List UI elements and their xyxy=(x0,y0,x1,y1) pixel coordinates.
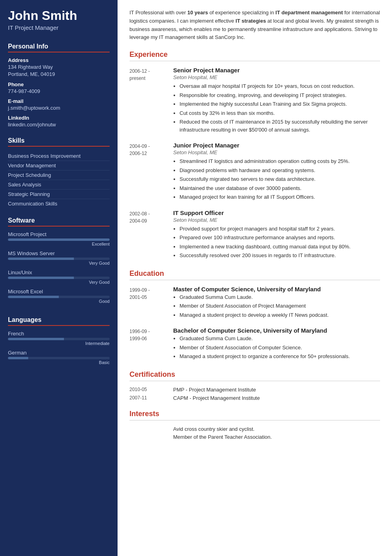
bullet: Member of Student Association of Compute… xyxy=(180,344,380,352)
skill-item: Sales Analysis xyxy=(8,180,110,190)
software-item: Microsoft Project Excellent xyxy=(8,231,110,246)
candidate-name: John Smith xyxy=(8,9,110,23)
phone-value: 774-987-4009 xyxy=(8,88,110,95)
bullet: Graduated Summa Cum Laude. xyxy=(180,293,380,301)
sidebar: John Smith IT Project Manager Personal I… xyxy=(0,0,118,556)
bullet: Managed a student project to develop a w… xyxy=(180,311,380,319)
sidebar-header: John Smith IT Project Manager xyxy=(0,0,118,38)
software-section: Software Microsoft Project Excellent MS … xyxy=(0,212,118,312)
experience-entry: 2002-08 -2004-09 IT Support Officer Seto… xyxy=(129,209,380,261)
experience-title: Experience xyxy=(129,50,380,61)
bullet: Diagnosed problems with hardware and ope… xyxy=(180,167,380,174)
summary-section: IT Professional with over 10 years of ex… xyxy=(129,9,380,42)
certifications-title: Certifications xyxy=(129,370,380,381)
education-entry: 1996-09 -1999-06 Bachelor of Computer Sc… xyxy=(129,327,380,362)
candidate-title: IT Project Manager xyxy=(8,24,110,31)
skill-item: Vendor Management xyxy=(8,161,110,170)
education-section: Education 1999-09 -2001-05 Master of Com… xyxy=(129,269,380,362)
education-entry: 1999-09 -2001-05 Master of Computer Scie… xyxy=(129,286,380,320)
bullet: Oversaw all major hospital IT projects f… xyxy=(180,82,380,90)
software-item: Linux/Unix Very Good xyxy=(8,269,110,285)
cert-row: 2007-11 CAPM - Project Management Instit… xyxy=(129,395,380,401)
linkedin-value: linkedin.com/johnutw xyxy=(8,121,110,128)
bullet: Reduced the costs of IT maintenance in 2… xyxy=(180,118,380,134)
bullet: Prepared over 100 infrastructure perform… xyxy=(180,234,380,242)
bullet: Provided support for project managers an… xyxy=(180,225,380,233)
skill-item: Project Scheduling xyxy=(8,170,110,180)
skills-section: Skills Business Process Improvement Vend… xyxy=(0,132,118,212)
bullet: Managed project for lean training for al… xyxy=(180,193,380,201)
bullet: Implemented a new tracking dashboard, cu… xyxy=(180,243,380,251)
skill-item: Business Process Improvement xyxy=(8,151,110,161)
interest-item: Member of the Parent Teacher Association… xyxy=(129,434,380,440)
main-content: IT Professional with over 10 years of ex… xyxy=(118,0,392,556)
bullet: Cut costs by 32% in less than six months… xyxy=(180,109,380,117)
bullet: Managed a student project to organize a … xyxy=(180,353,380,360)
software-title: Software xyxy=(8,217,110,227)
languages-section: Languages French Intermediate German Bas… xyxy=(0,312,118,373)
personal-info-section: Personal Info Address 134 Rightward WayP… xyxy=(0,38,118,132)
experience-entry: 2004-09 -2006-12 Junior Project Manager … xyxy=(129,142,380,202)
experience-section: Experience 2006-12 -present Senior Proje… xyxy=(129,50,380,261)
interests-section: Interests Avid cross country skier and c… xyxy=(129,410,380,440)
language-item: French Intermediate xyxy=(8,331,110,346)
skills-title: Skills xyxy=(8,137,110,147)
interests-title: Interests xyxy=(129,410,380,420)
software-item: Microsoft Excel Good xyxy=(8,289,110,304)
education-title: Education xyxy=(129,269,380,280)
address-label: Address xyxy=(8,57,110,63)
skill-item: Strategic Planning xyxy=(8,190,110,199)
phone-label: Phone xyxy=(8,81,110,87)
language-item: German Basic xyxy=(8,350,110,365)
email-value: j.smith@uptowork.com xyxy=(8,105,110,112)
summary-text: IT Professional with over 10 years of ex… xyxy=(129,9,380,42)
bullet: Graduated Summa Cum Laude. xyxy=(180,335,380,343)
bullet: Implemented the highly successful Lean T… xyxy=(180,100,380,108)
languages-title: Languages xyxy=(8,316,110,326)
cert-row: 2010-05 PMP - Project Management Institu… xyxy=(129,387,380,393)
certifications-section: Certifications 2010-05 PMP - Project Man… xyxy=(129,370,380,401)
skill-item: Communication Skills xyxy=(8,199,110,208)
experience-entry: 2006-12 -present Senior Project Manager … xyxy=(129,67,380,135)
bullet: Responsible for creating, improving, and… xyxy=(180,91,380,99)
bullet: Member of Student Association of Project… xyxy=(180,302,380,310)
bullet: Successfully migrated two servers to new… xyxy=(180,175,380,183)
bullet: Streamlined IT logistics and administrat… xyxy=(180,157,380,165)
software-item: MS Windows Server Very Good xyxy=(8,250,110,265)
linkedin-label: LinkedIn xyxy=(8,115,110,121)
address-value: 134 Rightward WayPortland, ME, 04019 xyxy=(8,64,110,78)
bullet: Maintained the user database of over 300… xyxy=(180,184,380,192)
personal-info-title: Personal Info xyxy=(8,43,110,52)
interest-item: Avid cross country skier and cyclist. xyxy=(129,426,380,432)
bullet: Successfully resolved over 200 issues in… xyxy=(180,252,380,260)
email-label: E-mail xyxy=(8,98,110,104)
